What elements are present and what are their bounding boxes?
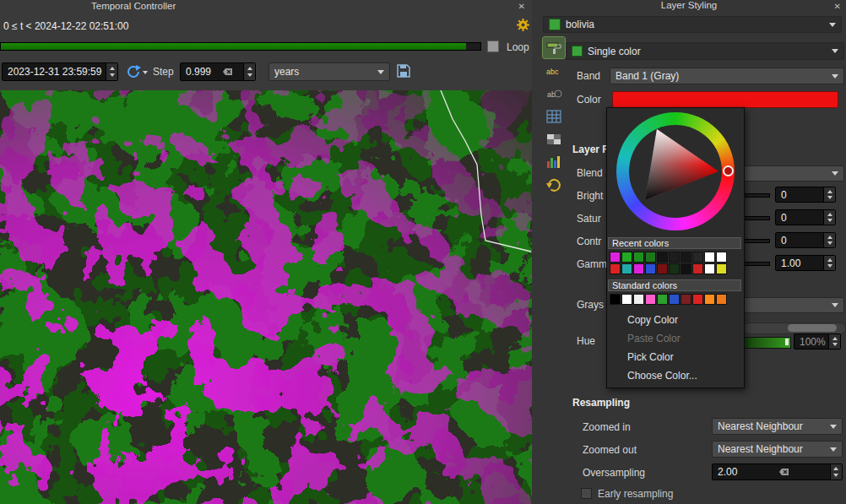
menu-copy-color[interactable]: Copy Color xyxy=(607,311,744,329)
color-swatch[interactable] xyxy=(610,263,621,274)
color-swatch[interactable] xyxy=(645,294,656,305)
color-swatch[interactable] xyxy=(657,294,668,305)
saturation-value-triangle[interactable] xyxy=(616,112,735,230)
gear-icon[interactable] xyxy=(517,19,529,31)
color-swatch[interactable] xyxy=(692,263,703,274)
standard-colors-header: Standard colors xyxy=(608,279,741,291)
color-swatch[interactable] xyxy=(704,294,715,305)
layer-name: bolivia xyxy=(566,19,594,30)
tab-transparency[interactable] xyxy=(543,128,565,149)
zoomed-in-value: Nearest Neighbour xyxy=(718,420,803,432)
color-swatch[interactable] xyxy=(704,252,715,263)
step-unit-combo[interactable]: years xyxy=(268,62,390,81)
color-button[interactable] xyxy=(612,91,838,108)
hue-strength-value: 100% xyxy=(800,336,826,348)
table-grid-icon xyxy=(545,108,562,125)
color-swatch[interactable] xyxy=(692,252,703,263)
color-swatch[interactable] xyxy=(669,294,680,305)
hue-colorize-slider[interactable] xyxy=(743,337,791,349)
hue-marker[interactable] xyxy=(723,165,734,176)
tab-symbology[interactable] xyxy=(543,37,565,58)
oversampling-value: 2.00 xyxy=(718,466,737,478)
saturation-spinbox[interactable]: 0 xyxy=(775,209,836,225)
slider-handle[interactable] xyxy=(788,324,837,332)
color-swatch[interactable] xyxy=(669,252,680,263)
color-swatch[interactable] xyxy=(633,252,644,263)
color-swatch[interactable] xyxy=(716,263,727,274)
color-swatch[interactable] xyxy=(610,294,621,305)
color-swatch[interactable] xyxy=(681,252,691,263)
color-swatch[interactable] xyxy=(681,263,691,274)
band-combo[interactable]: Band 1 (Gray) xyxy=(610,68,844,84)
close-icon[interactable]: ✕ xyxy=(518,3,525,11)
color-wheel[interactable] xyxy=(607,108,744,235)
loop-checkbox[interactable] xyxy=(487,41,499,52)
oversampling-spinbox[interactable]: 2.00 xyxy=(712,463,843,480)
color-swatch[interactable] xyxy=(692,294,703,305)
layer-selector-combo[interactable]: bolivia xyxy=(543,16,842,33)
grayscale-combo[interactable] xyxy=(743,297,844,313)
datetime-spinbox[interactable]: 2023-12-31 23:59:59 xyxy=(2,62,118,81)
raster-layer xyxy=(0,90,532,504)
loop-label: Loop xyxy=(507,41,529,53)
color-swatch[interactable] xyxy=(716,252,727,263)
color-swatch[interactable] xyxy=(633,263,644,274)
step-spinbox[interactable]: 0.999 xyxy=(180,62,256,81)
band-value: Band 1 (Gray) xyxy=(616,70,679,82)
colorize-strength-slider[interactable] xyxy=(743,322,846,334)
color-swatch[interactable] xyxy=(610,252,621,263)
history-arrow-icon xyxy=(545,176,562,193)
gamma-slider[interactable] xyxy=(743,262,770,266)
color-swatch[interactable] xyxy=(681,294,691,305)
blending-mode-combo[interactable] xyxy=(743,165,844,182)
zoomed-out-label: Zoomed out xyxy=(583,444,637,456)
color-swatch[interactable] xyxy=(657,252,668,263)
color-swatch[interactable] xyxy=(633,294,644,305)
color-swatch[interactable] xyxy=(669,263,680,274)
gamma-spinbox[interactable]: 1.00 xyxy=(775,255,836,271)
brightness-spinbox[interactable]: 0 xyxy=(775,187,836,203)
color-swatch[interactable] xyxy=(716,294,727,305)
saturation-slider[interactable] xyxy=(743,216,770,220)
tab-labels[interactable]: abc xyxy=(543,60,565,81)
zoomed-out-combo[interactable]: Nearest Neighbour xyxy=(712,441,843,458)
menu-pick-color[interactable]: Pick Color xyxy=(607,348,744,366)
contrast-label: Contr xyxy=(577,236,601,247)
color-swatch[interactable] xyxy=(657,263,668,274)
standard-colors-row xyxy=(610,294,727,305)
hue-strength-spinbox[interactable]: 100% xyxy=(794,333,841,350)
color-swatch[interactable] xyxy=(645,252,656,263)
refresh-icon[interactable] xyxy=(126,64,148,79)
tab-mask[interactable]: ab xyxy=(543,83,565,104)
slider-handle[interactable] xyxy=(785,339,789,345)
clear-field-icon[interactable] xyxy=(220,68,233,76)
tab-history[interactable] xyxy=(543,174,565,195)
labels-abc-icon: abc xyxy=(545,62,562,79)
close-icon[interactable]: ✕ xyxy=(834,3,841,11)
brightness-slider[interactable] xyxy=(743,193,770,198)
svg-text:abc: abc xyxy=(546,68,559,76)
color-swatch[interactable] xyxy=(621,263,632,274)
zoomed-in-label: Zoomed in xyxy=(583,421,631,433)
temporal-timeline-slider[interactable] xyxy=(0,42,481,51)
zoomed-in-combo[interactable]: Nearest Neighbour xyxy=(712,418,843,435)
color-swatch[interactable] xyxy=(621,252,632,263)
step-value: 0.999 xyxy=(186,66,211,78)
clear-field-icon[interactable] xyxy=(777,468,789,476)
renderer-combo[interactable]: Single color xyxy=(566,42,844,60)
save-icon[interactable] xyxy=(397,64,410,78)
tab-attributes[interactable] xyxy=(543,106,565,127)
contrast-slider[interactable] xyxy=(743,239,770,243)
contrast-spinbox[interactable]: 0 xyxy=(775,232,836,248)
recent-colors-header: Recent colors xyxy=(608,237,741,249)
map-canvas[interactable] xyxy=(0,90,532,504)
menu-paste-color[interactable]: Paste Color xyxy=(607,329,744,348)
tab-histogram[interactable] xyxy=(543,151,565,172)
color-swatch[interactable] xyxy=(645,263,656,274)
menu-choose-color[interactable]: Choose Color... xyxy=(607,366,744,385)
resampling-title: Resampling xyxy=(572,397,630,409)
color-swatch[interactable] xyxy=(704,263,715,274)
early-resampling-checkbox[interactable] xyxy=(581,488,592,499)
color-swatch[interactable] xyxy=(621,294,632,305)
early-resampling-label: Early resampling xyxy=(598,488,673,500)
